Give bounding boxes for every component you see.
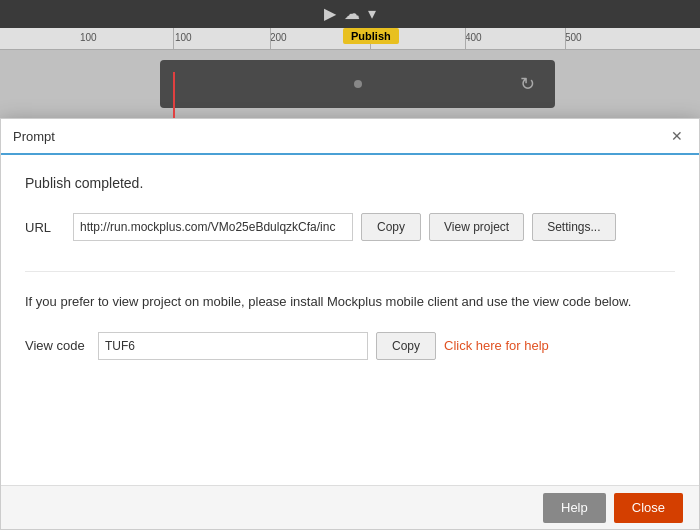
dropdown-icon[interactable]: ▾ bbox=[368, 6, 376, 22]
help-button[interactable]: Help bbox=[543, 493, 606, 523]
dialog: Prompt ✕ Publish completed. URL Copy Vie… bbox=[0, 118, 700, 530]
dialog-body: Publish completed. URL Copy View project… bbox=[1, 155, 699, 390]
ruler-label-100: 100 bbox=[80, 32, 97, 43]
timeline-area: 100 100 200 300 400 500 Publish ↻ bbox=[0, 28, 700, 118]
mobile-notice: If you prefer to view project on mobile,… bbox=[25, 292, 675, 312]
play-icon[interactable]: ▶ bbox=[324, 6, 336, 22]
close-button[interactable]: Close bbox=[614, 493, 683, 523]
view-project-button[interactable]: View project bbox=[429, 213, 524, 241]
separator bbox=[25, 271, 675, 272]
viewcode-row: View code Copy Click here for help bbox=[25, 332, 675, 360]
publish-marker[interactable]: Publish bbox=[343, 28, 399, 44]
upload-icon[interactable]: ☁ bbox=[344, 6, 360, 22]
spinner-icon: ↻ bbox=[520, 73, 535, 95]
playhead bbox=[173, 72, 175, 118]
ruler-label-300: 200 bbox=[270, 32, 287, 43]
dialog-footer: Help Close bbox=[1, 485, 699, 529]
ruler-label-500: 400 bbox=[465, 32, 482, 43]
timeline-dot bbox=[354, 80, 362, 88]
publish-status: Publish completed. bbox=[25, 175, 675, 191]
ruler-label-600: 500 bbox=[565, 32, 582, 43]
viewcode-label: View code bbox=[25, 338, 90, 353]
ruler-label-200: 100 bbox=[175, 32, 192, 43]
settings-button[interactable]: Settings... bbox=[532, 213, 615, 241]
dialog-header-close-button[interactable]: ✕ bbox=[667, 127, 687, 145]
ruler: 100 100 200 300 400 500 Publish bbox=[0, 28, 700, 50]
timeline-content: ↻ bbox=[0, 50, 700, 118]
toolbar: ▶ ☁ ▾ bbox=[0, 0, 700, 28]
timeline-block: ↻ bbox=[160, 60, 555, 108]
viewcode-copy-button[interactable]: Copy bbox=[376, 332, 436, 360]
help-link[interactable]: Click here for help bbox=[444, 338, 549, 353]
url-input[interactable] bbox=[73, 213, 353, 241]
dialog-header: Prompt ✕ bbox=[1, 119, 699, 155]
viewcode-input[interactable] bbox=[98, 332, 368, 360]
url-label: URL bbox=[25, 220, 65, 235]
dialog-title: Prompt bbox=[13, 129, 55, 144]
url-copy-button[interactable]: Copy bbox=[361, 213, 421, 241]
url-row: URL Copy View project Settings... bbox=[25, 213, 675, 241]
